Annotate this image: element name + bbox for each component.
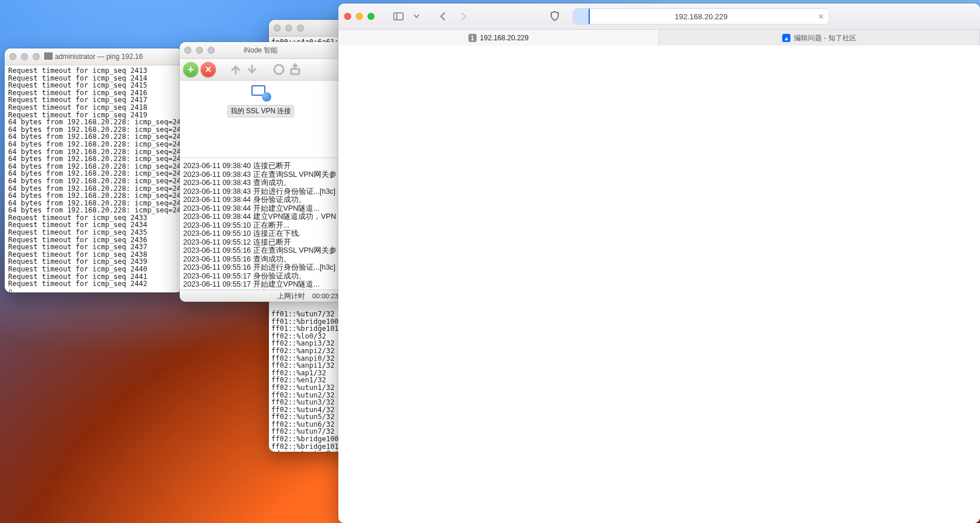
tab-label: 192.168.20.229 [480, 34, 528, 42]
inode-vpn-window[interactable]: iNode 智能 + × 我的 SSL VPN 连接 2023-06-11 09… [180, 42, 342, 302]
svg-rect-2 [394, 13, 403, 20]
log-line: 2023-06-11 09:38:43 正在查询SSL VPN网关参 [183, 170, 338, 179]
zoom-button[interactable] [297, 25, 304, 32]
log-line: 2023-06-11 09:38:44 开始建立VPN隧道... [183, 204, 338, 213]
zoom-button[interactable] [368, 13, 374, 20]
vpn-log: 2023-06-11 09:38:40 连接已断开2023-06-11 09:3… [180, 158, 342, 290]
log-line: 2023-06-11 09:55:17 开始建立VPN隧道... [183, 280, 338, 289]
terminal-output: Request timeout for icmp_seq 2413 Reques… [5, 65, 183, 292]
close-button[interactable] [184, 47, 191, 54]
privacy-shield-icon[interactable] [547, 9, 562, 23]
export-icon[interactable] [288, 62, 302, 76]
close-button[interactable] [344, 13, 351, 20]
back-button[interactable] [435, 9, 450, 23]
safari-toolbar: 192.168.20.229 ✕ [338, 4, 980, 30]
status-timer: 00:00:23 [312, 292, 338, 299]
titlebar[interactable]: iNode 智能 [180, 42, 342, 59]
folder-icon [44, 53, 52, 60]
status-label: 上网计时 [277, 292, 305, 301]
log-line: 2023-06-11 09:55:17 身份验证成功。 [183, 272, 338, 281]
log-line: 2023-06-11 09:55:12 连接已断开 [183, 238, 338, 247]
log-line: 2023-06-11 09:55:10 连接正在下线. [183, 229, 338, 238]
connect-button[interactable]: + [183, 62, 198, 77]
tab-zhiliao[interactable]: ▲ 编辑问题 - 知了社区 [659, 30, 980, 46]
zoom-button[interactable] [33, 53, 40, 60]
log-line: 2023-06-11 09:55:16 正在查询SSL VPN网关参 [183, 246, 338, 255]
sidebar-button[interactable] [391, 9, 406, 23]
stop-reload-button[interactable]: ✕ [816, 12, 825, 21]
titlebar[interactable]: administrator — ping 192.16 [5, 48, 183, 65]
minimize-button[interactable] [356, 13, 363, 20]
forward-button[interactable] [456, 9, 471, 23]
svg-rect-1 [291, 69, 299, 74]
tab-groups-chevron-icon[interactable] [412, 9, 421, 23]
log-line: 2023-06-11 09:38:44 身份验证成功。 [183, 196, 338, 204]
log-line: 2023-06-11 09:55:10 正在断开... [183, 221, 338, 230]
vpn-connection-icon[interactable] [250, 84, 271, 102]
vpn-connection-label[interactable]: 我的 SSL VPN 连接 [228, 105, 295, 117]
log-line: 2023-06-11 09:55:16 开始进行身份验证...[h3c] [183, 263, 338, 272]
tab-label: 编辑问题 - 知了社区 [794, 33, 856, 43]
toolbar: + × [180, 59, 342, 81]
zoom-button[interactable] [208, 47, 215, 54]
favicon-icon: ▲ [782, 34, 790, 42]
window-title: administrator — ping 192.16 [55, 53, 143, 61]
tab-local-ip[interactable]: 1 192.168.20.229 [338, 30, 659, 46]
close-button[interactable] [274, 25, 281, 32]
loading-progress [573, 9, 590, 24]
download-icon[interactable] [245, 62, 259, 76]
globe-icon[interactable] [272, 62, 286, 76]
safari-window[interactable]: 192.168.20.229 ✕ 1 192.168.20.229 ▲ 编辑问题… [338, 4, 980, 523]
minimize-button[interactable] [196, 47, 203, 54]
log-line: 2023-06-11 09:38:40 连接已断开 [183, 162, 338, 170]
upload-icon[interactable] [229, 62, 243, 76]
minimize-button[interactable] [285, 25, 292, 32]
svg-point-0 [274, 65, 284, 74]
status-bar: 上网计时 00:00:23 [180, 290, 342, 302]
terminal-ping-window[interactable]: administrator — ping 192.16 Request time… [5, 48, 183, 292]
tab-bar: 1 192.168.20.229 ▲ 编辑问题 - 知了社区 [338, 30, 980, 47]
log-line: 2023-06-11 09:38:44 建立VPN隧道成功，VPN [183, 212, 338, 221]
close-button[interactable] [9, 53, 16, 60]
address-bar[interactable]: 192.168.20.229 ✕ [573, 8, 830, 25]
page-viewport [338, 46, 980, 523]
disconnect-button[interactable]: × [201, 62, 216, 77]
log-line: 2023-06-11 09:38:43 查询成功。 [183, 179, 338, 187]
url-text: 192.168.20.229 [573, 12, 829, 21]
minimize-button[interactable] [21, 53, 28, 60]
log-line: 2023-06-11 09:55:16 查询成功。 [183, 255, 338, 264]
connections-pane: 我的 SSL VPN 连接 [180, 81, 342, 158]
tab-count-badge: 1 [468, 34, 477, 42]
log-line: 2023-06-11 09:38:43 开始进行身份验证...[h3c] [183, 187, 338, 196]
